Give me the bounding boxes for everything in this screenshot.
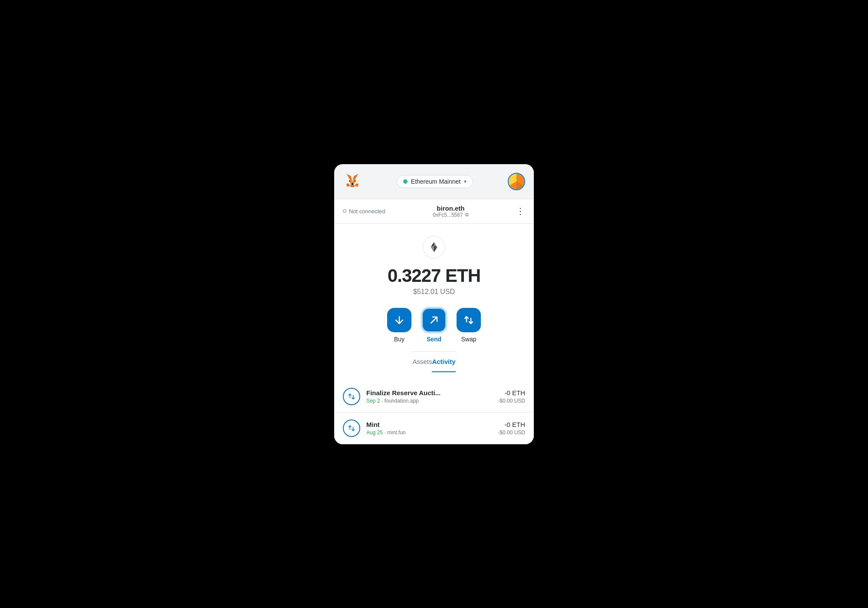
send-button[interactable] — [422, 308, 446, 332]
svg-marker-2 — [355, 183, 358, 186]
send-label: Send — [427, 336, 441, 343]
activity-source-2: mint.fun — [387, 430, 406, 436]
not-connected-label: Not connected — [349, 208, 385, 215]
activity-info-2: Mint Aug 25 · mint.fun — [366, 421, 492, 436]
wallet-popup: Ethereum Mainnet ▾ Not connected biron.e… — [334, 164, 534, 444]
eth-logo — [423, 236, 445, 258]
network-selector[interactable]: Ethereum Mainnet ▾ — [397, 175, 473, 188]
account-bar: Not connected biron.eth 0xFc5...5567 ⧉ ⋮ — [334, 199, 534, 224]
balance-eth: 0.3227 ETH — [388, 265, 480, 286]
amount-eth: -0 ETH — [498, 389, 525, 397]
activity-amounts-2: -0 ETH -$0.00 USD — [498, 421, 525, 436]
header: Ethereum Mainnet ▾ — [334, 164, 534, 199]
account-avatar[interactable] — [508, 173, 525, 190]
amount-usd-2: -$0.00 USD — [498, 430, 525, 436]
svg-marker-22 — [352, 183, 353, 185]
send-action[interactable]: Send — [422, 308, 446, 343]
amount-eth-2: -0 ETH — [498, 421, 525, 428]
activity-amounts: -0 ETH -$0.00 USD — [498, 389, 525, 404]
activity-item[interactable]: Finalize Reserve Aucti... Sep 2 · founda… — [334, 381, 534, 413]
activity-title-2: Mint — [366, 421, 492, 428]
buy-label: Buy — [394, 336, 404, 343]
tabs: Assets Activity — [412, 351, 455, 372]
svg-marker-3 — [346, 183, 350, 186]
chevron-down-icon: ▾ — [464, 178, 467, 185]
more-options-button[interactable]: ⋮ — [516, 207, 525, 215]
tab-assets[interactable]: Assets — [412, 352, 432, 372]
account-name-block: biron.eth 0xFc5...5567 ⧉ — [385, 205, 516, 218]
buy-button[interactable] — [387, 308, 411, 332]
svg-marker-23 — [349, 179, 350, 182]
svg-marker-24 — [355, 179, 356, 182]
avatar-graphic — [509, 174, 524, 189]
action-buttons: Buy Send Swap — [387, 308, 481, 343]
activity-info: Finalize Reserve Aucti... Sep 2 · founda… — [366, 389, 492, 404]
activity-list: Finalize Reserve Aucti... Sep 2 · founda… — [334, 381, 534, 444]
activity-swap-icon — [343, 388, 360, 405]
activity-item[interactable]: Mint Aug 25 · mint.fun -0 ETH -$0.00 USD — [334, 413, 534, 444]
swap-action[interactable]: Swap — [457, 308, 481, 343]
amount-usd: -$0.00 USD — [498, 398, 525, 404]
activity-date: Sep 2 — [366, 398, 380, 404]
activity-source: foundation.app — [384, 398, 418, 404]
account-address: 0xFc5...5567 ⧉ — [433, 212, 468, 218]
disconnected-dot — [343, 209, 346, 213]
activity-swap-icon-2 — [343, 420, 360, 437]
balance-section: 0.3227 ETH $512.01 USD Buy — [334, 224, 534, 381]
metamask-logo — [343, 171, 362, 192]
copy-address-icon[interactable]: ⧉ — [465, 212, 469, 218]
network-label: Ethereum Mainnet — [411, 178, 460, 185]
tab-activity[interactable]: Activity — [432, 352, 455, 372]
activity-date-2: Aug 25 — [366, 430, 383, 436]
connection-status: Not connected — [343, 208, 385, 215]
buy-action[interactable]: Buy — [387, 308, 411, 343]
balance-usd: $512.01 USD — [413, 288, 455, 296]
swap-button[interactable] — [457, 308, 481, 332]
activity-meta: Sep 2 · foundation.app — [366, 398, 492, 404]
network-status-dot — [403, 179, 408, 184]
activity-meta-2: Aug 25 · mint.fun — [366, 430, 492, 436]
account-name: biron.eth — [437, 205, 464, 212]
activity-title: Finalize Reserve Aucti... — [366, 389, 492, 397]
address-text: 0xFc5...5567 — [433, 212, 463, 218]
swap-label: Swap — [461, 336, 476, 343]
